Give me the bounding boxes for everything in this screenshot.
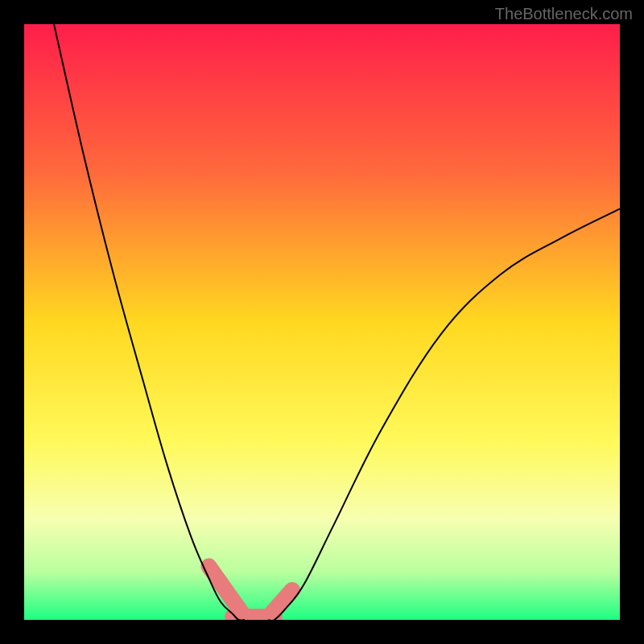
pink-accent-segment <box>268 590 292 617</box>
left-curve <box>54 24 245 620</box>
chart-container <box>24 24 620 620</box>
right-curve <box>268 208 620 620</box>
curves-layer <box>24 24 620 620</box>
pink-accent-group <box>208 566 292 617</box>
watermark-text: TheBottleneck.com <box>495 5 633 23</box>
